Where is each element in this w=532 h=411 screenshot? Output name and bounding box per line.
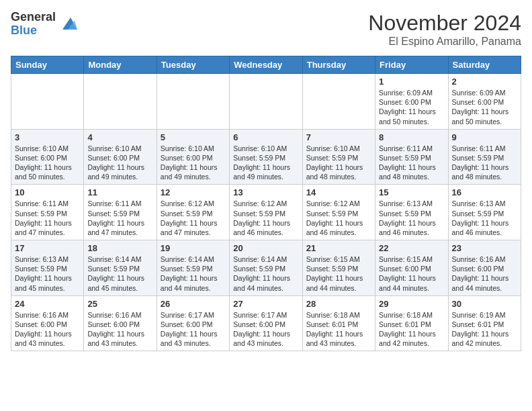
calendar-cell: 4Sunrise: 6:10 AM Sunset: 6:00 PM Daylig… xyxy=(84,129,157,185)
day-number: 18 xyxy=(87,243,152,253)
calendar-cell: 8Sunrise: 6:11 AM Sunset: 5:59 PM Daylig… xyxy=(375,129,448,185)
calendar-cell: 27Sunrise: 6:17 AM Sunset: 6:00 PM Dayli… xyxy=(230,295,302,351)
cell-info: Sunrise: 6:12 AM Sunset: 5:59 PM Dayligh… xyxy=(161,199,226,237)
cell-info: Sunrise: 6:10 AM Sunset: 6:00 PM Dayligh… xyxy=(87,144,152,182)
calendar-cell: 2Sunrise: 6:09 AM Sunset: 6:00 PM Daylig… xyxy=(448,74,521,130)
day-number: 5 xyxy=(161,132,226,142)
cell-info: Sunrise: 6:09 AM Sunset: 6:00 PM Dayligh… xyxy=(379,88,444,126)
logo: General Blue xyxy=(11,11,77,38)
calendar-week-1: 1Sunrise: 6:09 AM Sunset: 6:00 PM Daylig… xyxy=(11,74,521,130)
cell-info: Sunrise: 6:17 AM Sunset: 6:00 PM Dayligh… xyxy=(161,310,226,349)
cell-info: Sunrise: 6:11 AM Sunset: 5:59 PM Dayligh… xyxy=(452,144,517,182)
day-number: 26 xyxy=(161,299,226,309)
calendar-cell: 25Sunrise: 6:16 AM Sunset: 6:00 PM Dayli… xyxy=(84,295,157,351)
page-header: General Blue November 2024 El Espino Ama… xyxy=(11,11,521,48)
calendar-cell: 20Sunrise: 6:14 AM Sunset: 5:59 PM Dayli… xyxy=(230,240,302,296)
location: El Espino Amarillo, Panama xyxy=(368,36,521,48)
logo-icon xyxy=(58,15,77,34)
day-number: 2 xyxy=(452,77,517,87)
cell-info: Sunrise: 6:16 AM Sunset: 6:00 PM Dayligh… xyxy=(452,255,517,293)
calendar-cell: 19Sunrise: 6:14 AM Sunset: 5:59 PM Dayli… xyxy=(157,240,229,296)
calendar-week-4: 17Sunrise: 6:13 AM Sunset: 5:59 PM Dayli… xyxy=(11,240,521,296)
title-area: November 2024 El Espino Amarillo, Panama xyxy=(368,11,521,48)
calendar-cell: 23Sunrise: 6:16 AM Sunset: 6:00 PM Dayli… xyxy=(448,240,521,296)
day-number: 13 xyxy=(233,187,298,197)
day-number: 28 xyxy=(306,299,371,309)
cell-info: Sunrise: 6:18 AM Sunset: 6:01 PM Dayligh… xyxy=(379,310,444,349)
calendar-cell: 16Sunrise: 6:13 AM Sunset: 5:59 PM Dayli… xyxy=(448,185,521,240)
calendar-cell: 6Sunrise: 6:10 AM Sunset: 5:59 PM Daylig… xyxy=(230,129,302,185)
calendar-cell: 14Sunrise: 6:12 AM Sunset: 5:59 PM Dayli… xyxy=(302,185,375,240)
calendar-cell: 17Sunrise: 6:13 AM Sunset: 5:59 PM Dayli… xyxy=(11,240,84,296)
cell-info: Sunrise: 6:09 AM Sunset: 6:00 PM Dayligh… xyxy=(452,88,517,126)
cell-info: Sunrise: 6:16 AM Sunset: 6:00 PM Dayligh… xyxy=(87,310,152,349)
day-number: 20 xyxy=(233,243,298,253)
day-number: 8 xyxy=(379,132,444,142)
day-number: 19 xyxy=(161,243,226,253)
day-number: 24 xyxy=(15,299,80,309)
day-number: 27 xyxy=(233,299,298,309)
day-header-friday: Friday xyxy=(375,56,448,74)
calendar-cell: 26Sunrise: 6:17 AM Sunset: 6:00 PM Dayli… xyxy=(157,295,229,351)
day-number: 25 xyxy=(87,299,152,309)
cell-info: Sunrise: 6:11 AM Sunset: 5:59 PM Dayligh… xyxy=(379,144,444,182)
day-number: 11 xyxy=(87,187,152,197)
cell-info: Sunrise: 6:13 AM Sunset: 5:59 PM Dayligh… xyxy=(379,199,444,237)
calendar-header-row: SundayMondayTuesdayWednesdayThursdayFrid… xyxy=(11,56,521,74)
calendar-cell xyxy=(302,74,375,130)
calendar-cell: 28Sunrise: 6:18 AM Sunset: 6:01 PM Dayli… xyxy=(302,295,375,351)
calendar-week-2: 3Sunrise: 6:10 AM Sunset: 6:00 PM Daylig… xyxy=(11,129,521,185)
cell-info: Sunrise: 6:11 AM Sunset: 5:59 PM Dayligh… xyxy=(15,199,80,237)
day-number: 1 xyxy=(379,77,444,87)
calendar-cell xyxy=(157,74,229,130)
day-number: 17 xyxy=(15,243,80,253)
day-header-sunday: Sunday xyxy=(11,56,84,74)
day-number: 29 xyxy=(379,299,444,309)
calendar-cell: 12Sunrise: 6:12 AM Sunset: 5:59 PM Dayli… xyxy=(157,185,229,240)
cell-info: Sunrise: 6:10 AM Sunset: 6:00 PM Dayligh… xyxy=(15,144,80,182)
cell-info: Sunrise: 6:19 AM Sunset: 6:01 PM Dayligh… xyxy=(452,310,517,349)
cell-info: Sunrise: 6:13 AM Sunset: 5:59 PM Dayligh… xyxy=(15,255,80,293)
calendar-cell xyxy=(230,74,302,130)
calendar-cell: 5Sunrise: 6:10 AM Sunset: 6:00 PM Daylig… xyxy=(157,129,229,185)
day-number: 10 xyxy=(15,187,80,197)
day-header-tuesday: Tuesday xyxy=(157,56,229,74)
day-number: 16 xyxy=(452,187,517,197)
month-title: November 2024 xyxy=(368,11,521,36)
calendar-cell: 3Sunrise: 6:10 AM Sunset: 6:00 PM Daylig… xyxy=(11,129,84,185)
day-number: 6 xyxy=(233,132,298,142)
cell-info: Sunrise: 6:16 AM Sunset: 6:00 PM Dayligh… xyxy=(15,310,80,349)
cell-info: Sunrise: 6:14 AM Sunset: 5:59 PM Dayligh… xyxy=(87,255,152,293)
cell-info: Sunrise: 6:10 AM Sunset: 5:59 PM Dayligh… xyxy=(233,144,298,182)
calendar-cell: 21Sunrise: 6:15 AM Sunset: 5:59 PM Dayli… xyxy=(302,240,375,296)
calendar-cell: 22Sunrise: 6:15 AM Sunset: 6:00 PM Dayli… xyxy=(375,240,448,296)
day-header-wednesday: Wednesday xyxy=(230,56,302,74)
cell-info: Sunrise: 6:17 AM Sunset: 6:00 PM Dayligh… xyxy=(233,310,298,349)
day-header-monday: Monday xyxy=(84,56,157,74)
day-number: 7 xyxy=(306,132,371,142)
day-number: 14 xyxy=(306,187,371,197)
cell-info: Sunrise: 6:18 AM Sunset: 6:01 PM Dayligh… xyxy=(306,310,371,349)
day-number: 12 xyxy=(161,187,226,197)
calendar-cell: 30Sunrise: 6:19 AM Sunset: 6:01 PM Dayli… xyxy=(448,295,521,351)
day-number: 4 xyxy=(87,132,152,142)
calendar-week-3: 10Sunrise: 6:11 AM Sunset: 5:59 PM Dayli… xyxy=(11,185,521,240)
cell-info: Sunrise: 6:11 AM Sunset: 5:59 PM Dayligh… xyxy=(87,199,152,237)
day-header-saturday: Saturday xyxy=(448,56,521,74)
day-number: 22 xyxy=(379,243,444,253)
day-number: 30 xyxy=(452,299,517,309)
calendar-cell: 11Sunrise: 6:11 AM Sunset: 5:59 PM Dayli… xyxy=(84,185,157,240)
cell-info: Sunrise: 6:12 AM Sunset: 5:59 PM Dayligh… xyxy=(306,199,371,237)
logo-text: General Blue xyxy=(11,11,56,38)
day-number: 15 xyxy=(379,187,444,197)
day-number: 23 xyxy=(452,243,517,253)
calendar-cell: 9Sunrise: 6:11 AM Sunset: 5:59 PM Daylig… xyxy=(448,129,521,185)
calendar-cell: 10Sunrise: 6:11 AM Sunset: 5:59 PM Dayli… xyxy=(11,185,84,240)
cell-info: Sunrise: 6:14 AM Sunset: 5:59 PM Dayligh… xyxy=(233,255,298,293)
calendar-cell: 18Sunrise: 6:14 AM Sunset: 5:59 PM Dayli… xyxy=(84,240,157,296)
logo-general: General xyxy=(11,11,56,24)
cell-info: Sunrise: 6:15 AM Sunset: 5:59 PM Dayligh… xyxy=(306,255,371,293)
day-header-thursday: Thursday xyxy=(302,56,375,74)
calendar-cell xyxy=(11,74,84,130)
calendar-cell: 13Sunrise: 6:12 AM Sunset: 5:59 PM Dayli… xyxy=(230,185,302,240)
